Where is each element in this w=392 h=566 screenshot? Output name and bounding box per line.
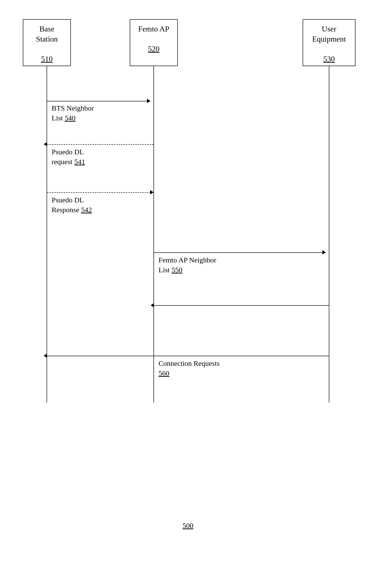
bts-neighbor-list-arrowhead xyxy=(147,99,150,103)
psuedo-dl-request-arrowhead xyxy=(44,142,47,146)
psuedo-dl-response-arrow xyxy=(47,192,154,193)
femto-ap-neighbor-list-arrowhead xyxy=(322,250,326,255)
connection-requests-arrowhead xyxy=(44,354,47,358)
user-equipment-box: UserEquipment530 xyxy=(303,19,355,66)
user-equipment-label: UserEquipment530 xyxy=(312,25,346,63)
connection-requests-label: Connection Requests560 xyxy=(158,359,220,378)
psuedo-dl-request-arrow xyxy=(47,144,154,145)
femto-ap-label: Femto AP520 xyxy=(138,25,169,53)
base-station-box: BaseStation510 xyxy=(23,19,71,66)
femto-ap-box: Femto AP520 xyxy=(130,19,178,66)
psuedo-dl-request-label: Psuedo DLrequest 541 xyxy=(52,147,85,167)
psuedo-dl-response-label: Psuedo DLResponse 542 xyxy=(52,195,92,215)
femto-ap-neighbor-list-arrow xyxy=(154,252,326,253)
psuedo-dl-response-arrowhead xyxy=(150,190,154,194)
femto-ap-vline xyxy=(154,66,154,403)
sequence-diagram: BaseStation510 Femto AP520 UserEquipment… xyxy=(0,0,392,566)
bts-neighbor-list-arrow xyxy=(47,101,150,102)
ue-to-femto-arrow xyxy=(154,305,329,306)
base-station-vline xyxy=(47,66,47,403)
connection-requests-arrow xyxy=(47,356,329,356)
figure-number: 500 xyxy=(182,522,193,530)
femto-ap-neighbor-list-label: Femto AP NeighborList 550 xyxy=(158,255,216,275)
bts-neighbor-list-label: BTS NeighborList 540 xyxy=(52,103,94,123)
user-equipment-vline xyxy=(329,66,329,403)
base-station-label: BaseStation510 xyxy=(36,25,58,63)
ue-to-femto-arrowhead xyxy=(151,303,154,307)
